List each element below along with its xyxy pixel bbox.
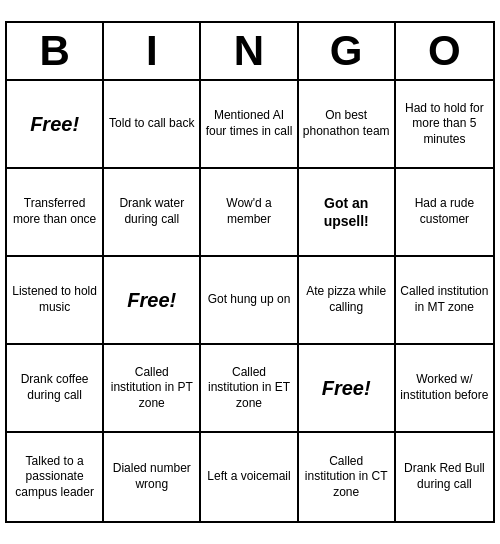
bingo-cell-19: Worked w/ institution before <box>396 345 493 433</box>
bingo-cell-20: Talked to a passionate campus leader <box>7 433 104 521</box>
bingo-cell-11: Free! <box>104 257 201 345</box>
bingo-cell-21: Dialed number wrong <box>104 433 201 521</box>
bingo-cell-16: Called institution in PT zone <box>104 345 201 433</box>
bingo-cell-17: Called institution in ET zone <box>201 345 298 433</box>
bingo-cell-13: Ate pizza while calling <box>299 257 396 345</box>
bingo-cell-0: Free! <box>7 81 104 169</box>
bingo-cell-23: Called institution in CT zone <box>299 433 396 521</box>
bingo-letter-n: N <box>201 23 298 79</box>
bingo-letter-b: B <box>7 23 104 79</box>
bingo-cell-5: Transferred more than once <box>7 169 104 257</box>
bingo-letter-o: O <box>396 23 493 79</box>
bingo-cell-10: Listened to hold music <box>7 257 104 345</box>
bingo-cell-1: Told to call back <box>104 81 201 169</box>
bingo-letter-i: I <box>104 23 201 79</box>
bingo-cell-15: Drank coffee during call <box>7 345 104 433</box>
bingo-cell-6: Drank water during call <box>104 169 201 257</box>
bingo-letter-g: G <box>299 23 396 79</box>
bingo-cell-12: Got hung up on <box>201 257 298 345</box>
bingo-cell-7: Wow'd a member <box>201 169 298 257</box>
bingo-card: BINGO Free!Told to call backMentioned AI… <box>5 21 495 523</box>
bingo-cell-2: Mentioned AI four times in call <box>201 81 298 169</box>
bingo-cell-8: Got an upsell! <box>299 169 396 257</box>
bingo-cell-22: Left a voicemail <box>201 433 298 521</box>
bingo-cell-9: Had a rude customer <box>396 169 493 257</box>
bingo-header: BINGO <box>7 23 493 81</box>
bingo-cell-4: Had to hold for more than 5 minutes <box>396 81 493 169</box>
bingo-cell-3: On best phonathon team <box>299 81 396 169</box>
bingo-cell-24: Drank Red Bull during call <box>396 433 493 521</box>
bingo-cell-14: Called institution in MT zone <box>396 257 493 345</box>
bingo-cell-18: Free! <box>299 345 396 433</box>
bingo-grid: Free!Told to call backMentioned AI four … <box>7 81 493 521</box>
